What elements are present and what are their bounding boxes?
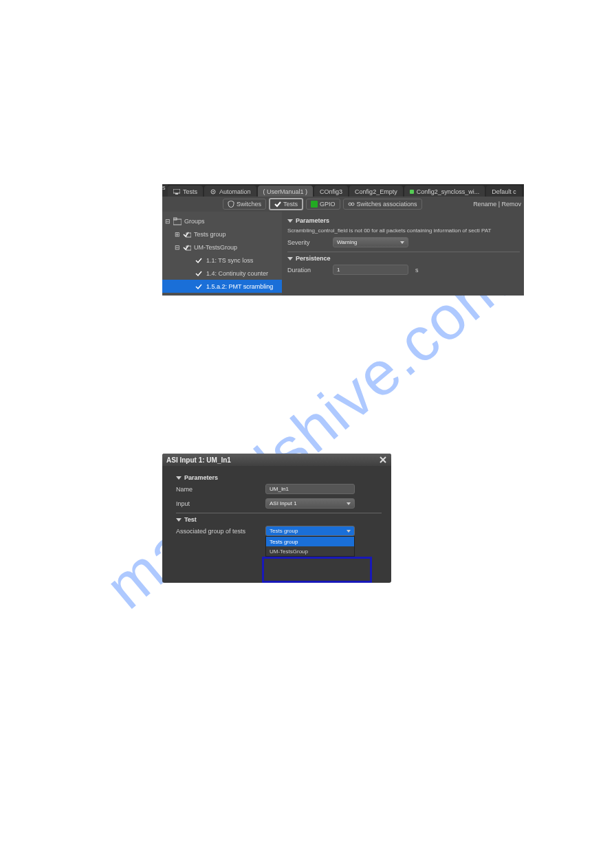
dropdown-option-testsgroup[interactable]: Tests group: [266, 537, 354, 546]
tree-group-umtestsgroup[interactable]: ⊟ UM-TestsGroup: [162, 241, 282, 254]
monitor-icon: [173, 189, 180, 194]
rename-remove-link[interactable]: Rename | Remov: [473, 201, 521, 208]
tree-test-pmt-scrambling[interactable]: 1.5.a.2: PMT scrambling: [162, 280, 282, 293]
status-dot-icon: [410, 190, 414, 194]
tab-config3[interactable]: COnfig3: [314, 186, 348, 197]
svg-rect-0: [173, 189, 180, 193]
shield-icon: [228, 201, 234, 208]
tab-usermanual1[interactable]: ( UserManual1 ): [258, 186, 314, 197]
tab-automation[interactable]: Automation: [204, 186, 256, 197]
input-dropdown[interactable]: ASI Input 1: [265, 498, 355, 509]
tab-label: Default c: [492, 188, 516, 195]
test-details-panel: Parameters Scrambling_control_field is n…: [282, 212, 524, 296]
tree-label: UM-TestsGroup: [194, 244, 237, 251]
dropdown-option-umtestsgroup[interactable]: UM-TestsGroup: [266, 546, 354, 556]
gear-icon: [210, 188, 217, 195]
collapse-icon: [287, 219, 293, 223]
tree-test-continuity-counter[interactable]: 1.4: Continuity counter: [162, 267, 282, 280]
associated-group-dropdown[interactable]: Tests group: [265, 526, 355, 536]
input-value: UM_In1: [270, 486, 289, 492]
input-label: Input: [176, 500, 259, 507]
duration-unit: s: [415, 267, 419, 274]
tab-label: Config2_Empty: [355, 188, 397, 195]
annotation-highlight-box: [262, 557, 372, 583]
gpio-icon: [311, 201, 318, 208]
check-folder-icon: [183, 243, 191, 252]
header-label: Test: [184, 516, 197, 523]
tab-label: Tests: [183, 188, 197, 195]
dropdown-value: Warning: [337, 239, 358, 245]
tab-stub: s: [162, 184, 168, 197]
svg-point-3: [212, 191, 214, 192]
close-button[interactable]: [379, 456, 387, 464]
duration-input[interactable]: 1: [333, 265, 408, 275]
button-label: Tests: [283, 201, 298, 208]
svg-point-4: [349, 203, 351, 205]
check-icon: [195, 269, 204, 278]
check-icon: [195, 256, 204, 265]
button-label: GPIO: [320, 201, 336, 208]
collapse-icon: [176, 476, 182, 480]
check-icon: [274, 201, 281, 208]
folder-icon: [173, 217, 182, 225]
check-icon: [195, 282, 204, 291]
plus-icon: ⊞: [175, 231, 180, 238]
severity-label: Severity: [287, 239, 326, 246]
severity-dropdown[interactable]: Warning: [333, 237, 408, 247]
chevron-down-icon: [347, 530, 351, 533]
toolbar-assoc-button[interactable]: Switches associations: [343, 199, 422, 210]
svg-point-5: [351, 203, 354, 205]
persistence-header[interactable]: Persistence: [287, 255, 520, 262]
divider: [176, 513, 382, 513]
tree-label: Tests group: [194, 231, 226, 238]
header-label: Persistence: [296, 255, 331, 262]
dropdown-value: ASI Input 1: [270, 500, 297, 507]
toolbar-switches-button[interactable]: Switches: [223, 199, 266, 210]
tab-config2-empty[interactable]: Config2_Empty: [349, 186, 403, 197]
tab-default[interactable]: Default c: [486, 186, 522, 197]
button-label: Switches: [237, 201, 261, 208]
dialog-titlebar: ASI Input 1: UM_In1: [162, 454, 391, 466]
duration-label: Duration: [287, 267, 326, 274]
test-description: Scrambling_control_field is not 00 for a…: [287, 227, 520, 234]
tree-label: 1.4: Continuity counter: [206, 270, 268, 277]
close-icon: [379, 456, 387, 464]
name-input[interactable]: UM_In1: [265, 484, 355, 494]
dropdown-options-list: Tests group UM-TestsGroup: [265, 536, 355, 557]
parameters-header[interactable]: Parameters: [287, 217, 520, 224]
tree-test-ts-sync-loss[interactable]: 1.1: TS sync loss: [162, 254, 282, 267]
dialog-title: ASI Input 1: UM_In1: [166, 456, 231, 464]
toolbar-tests-button[interactable]: Tests: [269, 198, 303, 210]
tab-config2-syncloss[interactable]: Config2_syncloss_wi...: [404, 186, 485, 197]
tree-root-groups[interactable]: ⊟ Groups: [162, 214, 282, 227]
associated-group-label: Associated group of tests: [176, 528, 259, 535]
dropdown-value: Tests group: [270, 528, 298, 534]
chevron-down-icon: [347, 502, 351, 505]
name-label: Name: [176, 486, 259, 493]
tab-label: Automation: [219, 188, 251, 195]
screenshot-config-panel: s Tests Automation ( UserManual1 ) COnfi…: [162, 184, 524, 296]
header-label: Parameters: [184, 474, 218, 481]
config-tabbar: s Tests Automation ( UserManual1 ) COnfi…: [162, 184, 524, 197]
minus-icon: ⊟: [175, 244, 180, 251]
divider: [287, 252, 520, 252]
test-header[interactable]: Test: [176, 516, 382, 523]
config-toolbar: Switches Tests GPIO Switches association…: [162, 197, 524, 212]
chevron-down-icon: [400, 241, 404, 244]
parameters-header[interactable]: Parameters: [176, 474, 382, 481]
tests-tree: ⊟ Groups ⊞ Tests group ⊟ UM-TestsGroup 1…: [162, 212, 282, 296]
input-value: 1: [337, 267, 340, 273]
tree-label: Groups: [184, 218, 205, 225]
svg-rect-1: [175, 193, 178, 194]
tree-label: 1.5.a.2: PMT scrambling: [206, 283, 273, 290]
collapse-icon: [176, 518, 182, 522]
tab-tests[interactable]: Tests: [168, 186, 203, 197]
link-icon: [348, 201, 355, 208]
toolbar-gpio-button[interactable]: GPIO: [306, 199, 340, 210]
tab-label: COnfig3: [320, 188, 342, 195]
tree-label: 1.1: TS sync loss: [206, 257, 253, 264]
tree-group-testsgroup[interactable]: ⊞ Tests group: [162, 227, 282, 241]
tab-label: Config2_syncloss_wi...: [417, 188, 480, 195]
minus-icon: ⊟: [165, 218, 171, 225]
header-label: Parameters: [296, 217, 329, 224]
